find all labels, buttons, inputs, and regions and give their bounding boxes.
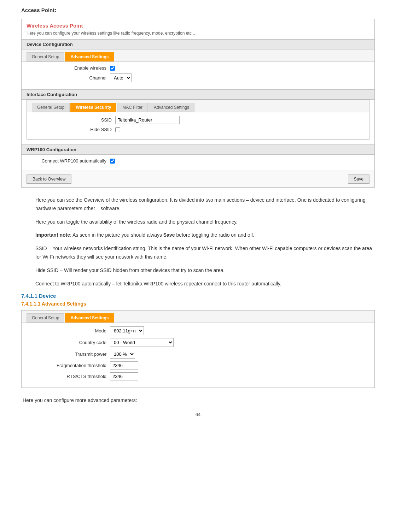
transmit-power-row: Transmit power 100 % [29,350,367,359]
mode-select[interactable]: 802.11g+n [110,326,144,335]
para6: Connect to WRP100 automatically – let Te… [21,280,375,288]
enable-wireless-label: Enable wireless [29,65,106,71]
wireless-access-point-panel: Wireless Access Point Here you can confi… [21,19,375,188]
mode-label: Mode [29,328,106,333]
interface-config-header: Interface Configuration [22,89,374,100]
advanced-tab-row: General Setup Advanced Settings [22,311,374,323]
tab-advanced-settings-interface[interactable]: Advanced Settings [148,103,194,112]
device-config-form: Enable wireless Channel Auto [22,62,374,89]
tab-advanced-settings-device[interactable]: Advanced Settings [65,52,114,61]
rts-threshold-input[interactable] [110,372,138,380]
frag-threshold-label: Fragmentation threshold [29,363,106,368]
para3-end: before toggling the radio on and off. [175,232,255,238]
mode-row: Mode 802.11g+n [29,326,367,335]
important-note-label: Important note [35,232,70,238]
hide-ssid-row: Hide SSID [34,127,362,132]
wrp100-form: Connect WRP100 automatically [22,155,374,171]
rts-threshold-label: RTS/CTS threshold [29,374,106,379]
para4: SSID – Your wireless networks identifica… [21,244,375,261]
section-heading-device: 7.4.1.1 Device [21,293,375,299]
save-button[interactable]: Save [348,175,369,184]
country-code-row: Country code 00 - World [29,338,367,347]
interface-tab-row: General Setup Wireless Security MAC Filt… [27,100,369,112]
frag-threshold-row: Fragmentation threshold [29,361,367,370]
interface-config-form: SSID Hide SSID [27,112,369,139]
tab-general-setup-advanced[interactable]: General Setup [27,313,64,323]
channel-label: Channel [29,75,106,81]
enable-wireless-row: Enable wireless [29,65,367,71]
page-number: 64 [21,412,375,417]
para2: Here you can toggle the availability of … [21,218,375,226]
connect-wrp100-checkbox[interactable] [110,159,115,164]
device-config-header: Device Configuration [22,39,374,49]
country-code-select[interactable]: 00 - World [110,338,174,347]
interface-panel: General Setup Wireless Security MAC Filt… [27,100,369,140]
connect-wrp100-row: Connect WRP100 automatically [29,158,367,164]
tab-wireless-security[interactable]: Wireless Security [70,103,116,112]
ssid-row: SSID [34,116,362,124]
device-tab-row: General Setup Advanced Settings [22,49,374,62]
panel-btn-row: Back to Overview Save [22,171,374,187]
connect-wrp100-label: Connect WRP100 automatically [29,158,106,164]
wrp100-config-header: WRP100 Configuration [22,144,374,155]
section-heading-advanced: 7.4.1.1.1 Advanced Settings [21,301,375,307]
para3: Important note: As seen in the picture y… [21,231,375,240]
para1: Here you can see the Overview of the wir… [21,196,375,213]
ssid-label: SSID [34,117,112,123]
tab-general-setup-device[interactable]: General Setup [27,52,64,61]
country-code-label: Country code [29,340,106,345]
transmit-power-label: Transmit power [29,351,106,357]
rts-threshold-row: RTS/CTS threshold [29,372,367,380]
save-bold: Save [163,232,175,238]
hide-ssid-label: Hide SSID [34,127,112,132]
channel-select[interactable]: Auto [110,73,132,82]
panel-title: Wireless Access Point [22,19,374,31]
para5: Hide SSID – Will render your SSID hidden… [21,266,375,275]
tab-advanced-settings-bottom[interactable]: Advanced Settings [65,313,114,323]
advanced-settings-form: Mode 802.11g+n Country code 00 - World T… [22,323,374,388]
ssid-input[interactable] [115,116,180,124]
transmit-power-select[interactable]: 100 % [110,350,135,359]
panel-description: Here you can configure your wireless set… [22,31,374,39]
enable-wireless-checkbox[interactable] [110,66,115,71]
para3-suffix: : As seen in the picture you should alwa… [70,232,163,238]
page-title: Access Point: [21,7,375,13]
tab-general-setup-interface[interactable]: General Setup [32,103,70,112]
hide-ssid-checkbox[interactable] [115,127,120,132]
frag-threshold-input[interactable] [110,361,138,370]
advanced-settings-panel: General Setup Advanced Settings Mode 802… [21,310,375,388]
footer-text: Here you can configure more advanced par… [21,396,375,405]
back-to-overview-button[interactable]: Back to Overview [27,175,71,184]
channel-row: Channel Auto [29,73,367,82]
tab-mac-filter[interactable]: MAC Filter [117,103,148,112]
